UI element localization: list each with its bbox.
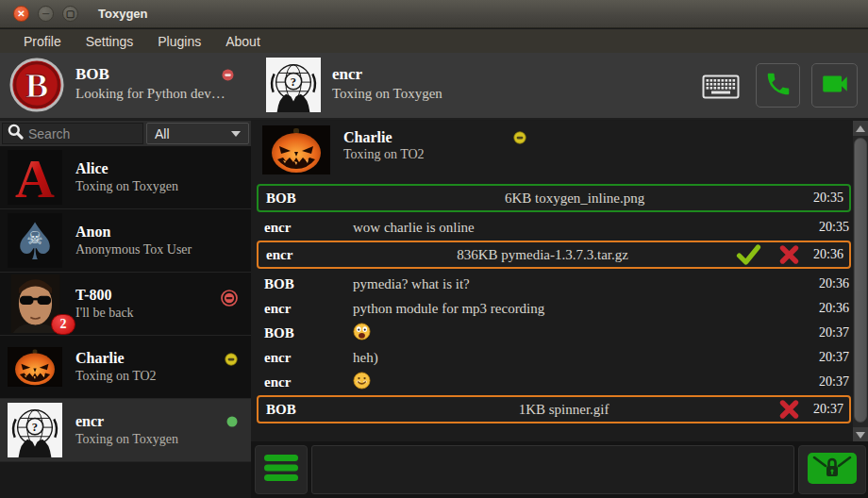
window-title: Toxygen <box>98 7 148 21</box>
message-sender: encr <box>266 247 349 263</box>
keyboard-icon <box>702 75 740 103</box>
contact-row-t-800[interactable]: 2 T-800 I'll be back <box>0 273 251 336</box>
video-camera-icon <box>819 68 851 104</box>
search-input[interactable] <box>28 126 138 141</box>
message-text: pymedia? what is it? <box>353 276 819 292</box>
messages: BOB 6KB toxygen_inline.png 20:35encr wow… <box>255 179 853 423</box>
svg-text:B: B <box>25 66 49 105</box>
chat-menu-button[interactable] <box>255 445 308 494</box>
message-time: 20:37 <box>819 374 849 390</box>
file-name: 836KB pymedia-1.3.7.3.tar.gz <box>349 247 736 263</box>
contact-avatar: ? <box>8 401 62 459</box>
message-input[interactable] <box>311 445 794 494</box>
file-name: 1KB spinner.gif <box>349 402 778 418</box>
message-sender: encr <box>264 350 353 366</box>
accept-file-button[interactable] <box>736 243 761 266</box>
file-transfer-row: BOB 1KB spinner.gif 20:37 <box>257 395 851 423</box>
message-list: Charlie Toxing on TO2 BOB 6KB toxygen_in… <box>255 121 853 441</box>
contact-name: encr <box>75 413 251 430</box>
busy-status-icon <box>221 290 238 307</box>
message-time: 20:36 <box>819 301 849 316</box>
composer-bar <box>251 441 868 498</box>
contact-card-avatar <box>262 125 330 174</box>
contact-avatar <box>8 338 62 396</box>
contact-filter-value: All <box>155 126 170 141</box>
message-sender: encr <box>264 220 353 236</box>
file-name: 6KB toxygen_inline.png <box>349 191 800 207</box>
screen-keyboard-button[interactable] <box>700 75 742 102</box>
contact-status-message: Toxing on TO2 <box>75 369 251 384</box>
scroll-up-arrow[interactable] <box>853 121 868 136</box>
message-row: encr heh) 20:37 <box>255 345 853 370</box>
titlebar: ✕ ─ ▢ Toxygen <box>0 0 868 28</box>
chat-scrollbar <box>853 121 868 442</box>
file-transfer-row: BOB 6KB toxygen_inline.png 20:35 <box>257 184 851 212</box>
contact-status-message: I'll be back <box>75 306 251 321</box>
self-name: BOB <box>75 65 109 84</box>
contact-name: Anon <box>75 224 251 241</box>
message-sender: BOB <box>264 325 353 341</box>
contact-name: Alice <box>75 160 251 177</box>
menubar: Profile Settings Plugins About <box>0 29 868 53</box>
toxygen-window: ✕ ─ ▢ Toxygen Profile Settings Plugins A… <box>0 0 868 498</box>
message-row: BOB 20:37 <box>255 321 853 345</box>
contact-avatar: 2 <box>8 274 62 333</box>
svg-text:?: ? <box>291 75 296 89</box>
hamburger-menu-icon <box>263 454 299 486</box>
contact-row-encr[interactable]: ? encr Toxing on Toxygen <box>0 399 251 462</box>
message-sender: BOB <box>264 276 353 292</box>
chat-contact-card: Charlie Toxing on TO2 <box>255 121 853 179</box>
menu-about[interactable]: About <box>213 32 273 51</box>
message-text: heh) <box>353 350 819 366</box>
contact-row-anon[interactable]: ♠☠ Anon Anonymous Tox User <box>0 209 251 273</box>
video-call-button[interactable] <box>811 63 858 108</box>
unread-count-badge: 2 <box>51 314 75 335</box>
scrollbar-thumb[interactable] <box>854 138 867 423</box>
window-close-button[interactable]: ✕ <box>13 6 29 22</box>
window-maximize-button[interactable]: ▢ <box>62 6 78 22</box>
contact-row-alice[interactable]: A Alice Toxing on Toxygen <box>0 146 251 209</box>
busy-status-icon <box>222 69 234 81</box>
contact-avatar: ♠☠ <box>8 211 62 270</box>
svg-text:?: ? <box>32 421 38 434</box>
peer-avatar: ? <box>266 58 321 112</box>
svg-text:☠: ☠ <box>26 227 42 249</box>
encrypted-envelope-send-icon <box>807 450 858 490</box>
self-profile[interactable]: B BOB Looking for Python dev… <box>9 58 234 112</box>
contact-card-status: Toxing on TO2 <box>343 147 526 162</box>
contact-status-message: Toxing on Toxygen <box>75 432 251 447</box>
message-time: 20:37 <box>813 402 843 417</box>
message-time: 20:37 <box>819 350 849 365</box>
chevron-down-icon <box>231 131 241 137</box>
message-time: 20:36 <box>819 276 849 291</box>
window-minimize-button[interactable]: ─ <box>38 6 54 22</box>
menu-profile[interactable]: Profile <box>11 32 74 51</box>
message-sender: BOB <box>266 191 349 207</box>
audio-call-button[interactable] <box>756 63 800 108</box>
search-box <box>2 123 143 144</box>
send-message-button[interactable] <box>798 445 866 494</box>
contact-filter-dropdown[interactable]: All <box>146 123 249 144</box>
peer-name: encr <box>332 65 362 84</box>
menu-plugins[interactable]: Plugins <box>145 32 213 51</box>
decline-file-button[interactable] <box>778 399 800 420</box>
message-sender: encr <box>264 301 353 317</box>
contact-list: A Alice Toxing on Toxygen ♠☠ Anon Anonym… <box>0 146 251 498</box>
self-status-message: Looking for Python dev… <box>75 86 234 102</box>
emoji-smile-icon <box>353 372 819 393</box>
menu-settings[interactable]: Settings <box>74 32 146 51</box>
decline-file-button[interactable] <box>778 243 800 266</box>
message-time: 20:35 <box>813 191 843 206</box>
scroll-down-arrow[interactable] <box>853 427 868 442</box>
contact-status-message: Anonymous Tox User <box>75 242 251 257</box>
away-status-icon <box>225 353 238 366</box>
message-time: 20:35 <box>819 220 849 235</box>
message-sender: encr <box>264 374 353 390</box>
message-row: encr wow charlie is online 20:35 <box>255 215 853 240</box>
peer-status-message: Toxing on Toxygen <box>332 86 442 102</box>
phone-icon <box>764 70 793 102</box>
message-row: BOB pymedia? what is it? 20:36 <box>255 272 853 296</box>
contact-card-name: Charlie <box>343 129 392 146</box>
contact-row-charlie[interactable]: Charlie Toxing on TO2 <box>0 336 251 399</box>
message-time: 20:36 <box>813 247 843 262</box>
